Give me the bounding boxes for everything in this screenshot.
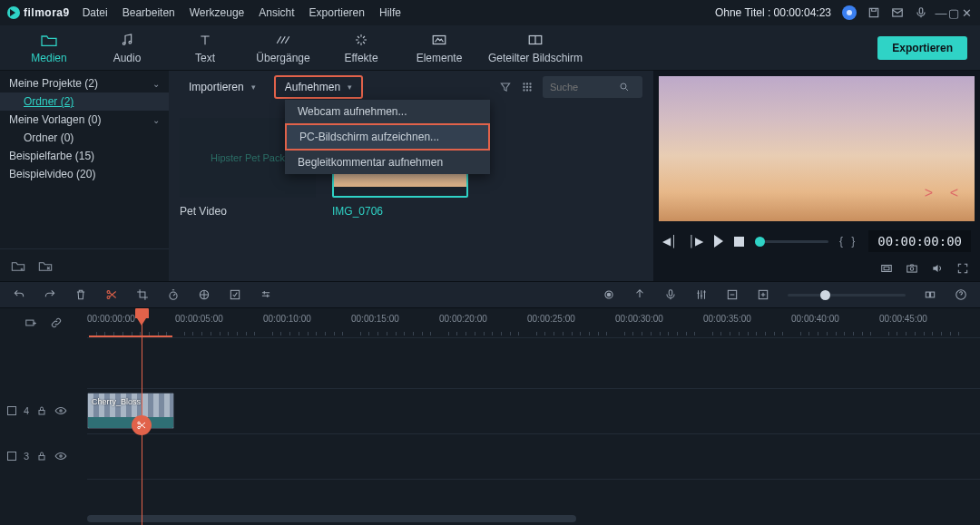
menu-export[interactable]: Exportieren	[309, 6, 365, 19]
import-dropdown[interactable]: Importieren ▾	[180, 77, 265, 97]
svg-point-11	[526, 86, 528, 88]
close-button[interactable]: ✕	[960, 6, 973, 20]
zoom-out-icon[interactable]	[726, 288, 739, 301]
tab-text[interactable]: Text	[169, 32, 241, 64]
split-icon[interactable]	[105, 288, 118, 301]
export-button[interactable]: Exportieren	[877, 36, 967, 60]
filter-icon[interactable]	[499, 81, 512, 93]
svg-rect-19	[907, 266, 917, 272]
visibility-icon[interactable]	[54, 452, 67, 461]
lock-icon[interactable]	[36, 451, 47, 462]
menu-item-voiceover[interactable]: Begleitkommentar aufnehmen	[285, 151, 490, 174]
svg-point-15	[529, 89, 531, 91]
green-screen-icon[interactable]	[229, 288, 241, 301]
mic-title-icon[interactable]	[915, 6, 927, 19]
minimize-button[interactable]: —	[935, 6, 947, 20]
record-dropdown[interactable]: Aufnehmen ▾	[274, 75, 363, 99]
sidebar-item-my-projects[interactable]: Meine Projekte (2) ⌄	[0, 74, 169, 92]
preview-canvas[interactable]: > <	[659, 76, 975, 221]
tab-split-screen[interactable]: Geteilter Bildschirm	[481, 32, 590, 64]
svg-point-3	[122, 42, 125, 44]
zoom-fit-icon[interactable]	[924, 288, 936, 301]
effects-icon	[354, 32, 368, 48]
menu-file[interactable]: Datei	[83, 6, 108, 19]
color-icon[interactable]	[198, 288, 211, 301]
visibility-icon[interactable]	[54, 406, 67, 415]
marker-icon[interactable]	[633, 288, 646, 301]
project-sidebar: Meine Projekte (2) ⌄ Ordner (2) Meine Vo…	[0, 71, 169, 281]
speed-icon[interactable]	[167, 288, 180, 301]
maximize-button[interactable]: ▢	[947, 6, 960, 20]
crop-icon[interactable]	[136, 288, 149, 301]
timeline-clip[interactable]: Cherry_Bloss	[87, 393, 174, 429]
lock-icon[interactable]	[36, 405, 47, 416]
mark-in-out[interactable]: { }	[839, 235, 858, 248]
menu-help[interactable]: Hilfe	[379, 6, 401, 19]
help-icon[interactable]	[955, 288, 967, 301]
ruler-tick: 00:00:00:00	[87, 314, 135, 324]
tab-elements[interactable]: Elemente	[403, 32, 475, 64]
volume-icon[interactable]	[931, 262, 944, 275]
search-input[interactable]	[550, 82, 613, 92]
split-badge-icon[interactable]	[132, 415, 152, 435]
svg-point-14	[526, 89, 528, 91]
delete-icon[interactable]	[74, 288, 87, 301]
search-box[interactable]	[543, 76, 642, 98]
tab-audio[interactable]: Audio	[91, 32, 163, 64]
tab-media[interactable]: Medien	[13, 32, 85, 64]
mixer-icon[interactable]	[695, 288, 708, 301]
zoom-slider[interactable]	[788, 294, 906, 297]
fullscreen-icon[interactable]	[956, 262, 969, 275]
scrollbar-thumb[interactable]	[87, 515, 576, 522]
frame-back-button[interactable]: │▶	[689, 235, 704, 248]
time-ruler[interactable]: 00:00:00:0000:00:05:0000:00:10:0000:00:1…	[87, 308, 980, 337]
adjust-icon[interactable]	[260, 288, 272, 301]
svg-rect-31	[926, 292, 929, 297]
sidebar-item-sample-video[interactable]: Beispielvideo (20)	[0, 165, 169, 183]
menu-edit[interactable]: Bearbeiten	[122, 6, 175, 19]
sidebar-item-folder[interactable]: Ordner (0)	[0, 129, 169, 147]
sidebar-item-my-templates[interactable]: Meine Vorlagen (0) ⌄	[0, 111, 169, 129]
track-header-4[interactable]: 4	[0, 388, 87, 433]
playhead-handle-icon[interactable]	[135, 308, 149, 318]
thumb-text: Hipster Pet Pack	[211, 152, 285, 163]
menu-view[interactable]: Ansicht	[259, 6, 294, 19]
tab-effects[interactable]: Effekte	[325, 32, 397, 64]
tab-transitions[interactable]: Übergänge	[247, 32, 319, 64]
timeline-scrollbar[interactable]	[87, 514, 976, 523]
play-button[interactable]	[714, 235, 723, 248]
undo-icon[interactable]	[13, 288, 25, 301]
snapshot-icon[interactable]	[906, 262, 918, 275]
redo-icon[interactable]	[44, 288, 56, 301]
chevron-down-icon: ⌄	[152, 79, 160, 89]
menu-item-screen-record[interactable]: PC-Bildschirm aufzeichnen...	[285, 123, 490, 151]
zoom-in-icon[interactable]	[757, 288, 769, 301]
save-icon[interactable]	[867, 6, 880, 19]
sidebar-item-folder-selected[interactable]: Ordner (2)	[0, 92, 169, 111]
menu-item-webcam[interactable]: Webcam aufnehmen...	[285, 100, 490, 123]
account-avatar-icon[interactable]	[842, 5, 857, 20]
mail-icon[interactable]	[891, 6, 904, 19]
new-folder-icon[interactable]	[11, 259, 25, 272]
step-back-button[interactable]: ◀│	[662, 235, 678, 248]
menu-tools[interactable]: Werkzeuge	[190, 6, 244, 19]
stop-button[interactable]	[734, 237, 744, 247]
timeline-body[interactable]: 00:00:00:0000:00:05:0000:00:10:0000:00:1…	[87, 308, 980, 525]
track-row-4[interactable]: Cherry_Bloss	[87, 388, 980, 433]
track-header-3[interactable]: 3	[0, 433, 87, 479]
track-number: 3	[24, 451, 29, 462]
chevron-down-icon: ▾	[251, 83, 256, 92]
add-track-icon[interactable]	[24, 316, 37, 329]
quality-icon[interactable]	[880, 262, 893, 275]
record-voiceover-icon[interactable]	[603, 288, 615, 301]
link-icon[interactable]	[50, 316, 63, 329]
zoom-handle[interactable]	[820, 290, 830, 300]
seek-handle[interactable]	[755, 237, 765, 247]
delete-folder-icon[interactable]	[38, 259, 53, 272]
record-label: Aufnehmen	[285, 81, 340, 93]
mic-icon[interactable]	[664, 288, 677, 301]
track-row-3[interactable]	[87, 433, 980, 479]
seek-slider[interactable]	[755, 240, 828, 243]
sidebar-item-sample-color[interactable]: Beispielfarbe (15)	[0, 147, 169, 165]
grid-view-icon[interactable]	[521, 81, 534, 93]
